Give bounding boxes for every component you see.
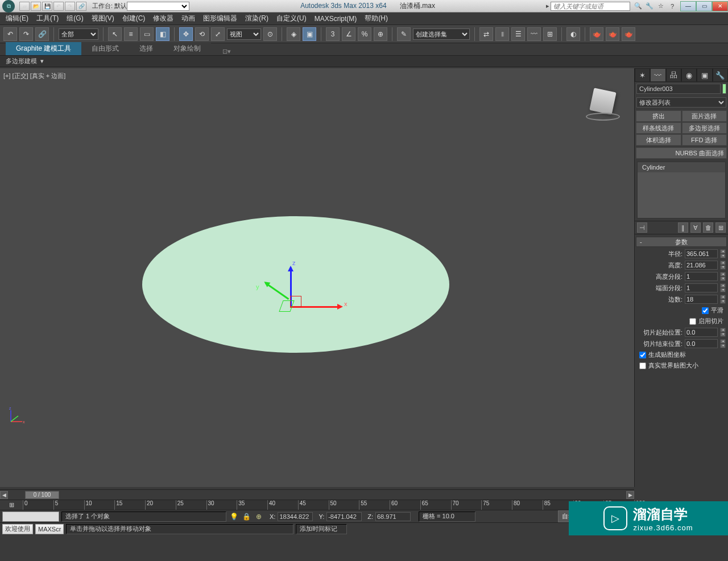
- mod-spline-select[interactable]: 样条线选择: [636, 122, 681, 134]
- star-icon[interactable]: ☆: [656, 2, 665, 11]
- menu-views[interactable]: 视图(V): [92, 14, 114, 23]
- spin-height[interactable]: ▴▾: [720, 261, 726, 270]
- spinner-snap-icon[interactable]: ⊕: [374, 27, 387, 41]
- timeline-ruler[interactable]: ⊞ 05101520253035404550556065707580859095…: [0, 500, 634, 510]
- remove-mod-icon[interactable]: 🗑: [703, 222, 713, 233]
- z-coord-input[interactable]: [375, 512, 411, 521]
- save-icon[interactable]: 💾: [42, 2, 52, 11]
- show-end-result-icon[interactable]: ‖: [678, 222, 688, 233]
- workspace-select[interactable]: [127, 2, 189, 11]
- redo-icon[interactable]: ↷: [19, 27, 33, 41]
- menu-tools[interactable]: 工具(T): [36, 14, 59, 23]
- render-frame-icon[interactable]: 🫖: [606, 27, 619, 41]
- undo-icon[interactable]: ↶: [3, 27, 17, 41]
- maximize-button[interactable]: ▭: [696, 1, 712, 11]
- next-frame-icon[interactable]: ▶: [626, 491, 634, 499]
- key-icon[interactable]: ⊕: [254, 512, 264, 522]
- mod-vol-select[interactable]: 体积选择: [636, 134, 681, 146]
- new-icon[interactable]: ▱: [19, 2, 30, 11]
- mirror-icon[interactable]: ⇄: [479, 27, 493, 41]
- check-smooth[interactable]: [702, 307, 709, 314]
- layer-icon[interactable]: ☰: [511, 27, 525, 41]
- redo-icon[interactable]: ↷: [65, 2, 75, 11]
- curve-editor-icon[interactable]: 〰: [527, 27, 541, 41]
- mod-patch-select[interactable]: 面片选择: [682, 110, 727, 122]
- tab-motion[interactable]: ◉: [681, 68, 697, 82]
- ribbon-tab-graphite[interactable]: Graphite 建模工具: [6, 42, 81, 55]
- select-window-icon[interactable]: ◧: [156, 27, 169, 41]
- script-listener[interactable]: [2, 512, 59, 522]
- comm-icon[interactable]: 🔧: [645, 2, 654, 11]
- tab-display[interactable]: ▣: [697, 68, 712, 82]
- mod-ffd-select[interactable]: FFD 选择: [682, 134, 727, 146]
- spin-sides[interactable]: ▴▾: [720, 295, 726, 304]
- mod-nurbs-select[interactable]: NURBS 曲面选择: [636, 147, 727, 159]
- prev-frame-icon[interactable]: ◀: [0, 491, 8, 499]
- menu-customize[interactable]: 自定义(U): [276, 14, 307, 23]
- spin-csegs[interactable]: ▴▾: [720, 283, 726, 292]
- schematic-icon[interactable]: ⊞: [543, 27, 557, 41]
- stack-item-cylinder[interactable]: Cylinder: [638, 162, 725, 172]
- snap-icon[interactable]: ▣: [303, 27, 316, 41]
- spin-hsegs[interactable]: ▴▾: [720, 272, 726, 281]
- timeline-config-icon[interactable]: ⊞: [0, 500, 23, 510]
- object-name-input[interactable]: [636, 84, 721, 94]
- select-name-icon[interactable]: ≡: [124, 27, 138, 41]
- menu-graph[interactable]: 图形编辑器: [203, 14, 237, 23]
- frame-handle[interactable]: 0 / 100: [25, 491, 59, 499]
- render-setup-icon[interactable]: 🫖: [590, 27, 603, 41]
- y-coord-input[interactable]: [326, 512, 362, 521]
- lock-icon[interactable]: 🔒: [241, 512, 251, 522]
- material-icon[interactable]: ◐: [566, 27, 580, 41]
- rotate-icon[interactable]: ⟲: [195, 27, 209, 41]
- welcome-tab[interactable]: 欢迎使用: [2, 524, 33, 534]
- menu-create[interactable]: 创建(C): [122, 14, 146, 23]
- spin-radius[interactable]: ▴▾: [720, 249, 726, 258]
- tab-modify[interactable]: 〰: [650, 68, 665, 82]
- select-icon[interactable]: ↖: [108, 27, 122, 41]
- viewport[interactable]: [+] [正交] [真实 + 边面] z x y z x: [0, 68, 634, 487]
- close-button[interactable]: ✕: [712, 1, 728, 11]
- mod-poly-select[interactable]: 多边形选择: [682, 122, 727, 134]
- tab-utilities[interactable]: 🔧: [713, 68, 728, 82]
- tab-hierarchy[interactable]: 品: [666, 68, 681, 82]
- menu-animation[interactable]: 动画: [181, 14, 195, 23]
- time-tag-button[interactable]: 添加时间标记: [296, 524, 347, 534]
- menu-render[interactable]: 渲染(R): [245, 14, 268, 23]
- menu-edit[interactable]: 编辑(E): [6, 14, 28, 23]
- spinner-height[interactable]: [685, 261, 718, 270]
- ribbon-subgroup[interactable]: 多边形建模▾: [0, 56, 728, 67]
- spinner-hsegs[interactable]: [685, 272, 718, 281]
- search-icon[interactable]: 🔍: [634, 2, 643, 11]
- viewport-label[interactable]: [+] [正交] [真实 + 边面]: [3, 72, 65, 80]
- check-realworld[interactable]: [639, 362, 646, 369]
- named-selection-set[interactable]: 创建选择集: [413, 28, 470, 40]
- link-icon[interactable]: 🔗: [76, 2, 86, 11]
- align-icon[interactable]: ⫴: [495, 27, 509, 41]
- modifier-list-dropdown[interactable]: 修改器列表: [636, 97, 726, 108]
- configure-sets-icon[interactable]: ⊞: [715, 222, 726, 233]
- selection-filter[interactable]: 全部: [59, 28, 98, 40]
- mod-extrude[interactable]: 挤出: [636, 110, 681, 122]
- spinner-csegs[interactable]: [685, 283, 718, 292]
- pin-stack-icon[interactable]: ⊣: [637, 222, 647, 233]
- help-search-input[interactable]: [551, 2, 630, 11]
- maxscript-tab[interactable]: MAXScr: [35, 524, 64, 534]
- spinner-sides[interactable]: [685, 295, 718, 304]
- help-icon[interactable]: ?: [668, 2, 677, 11]
- move-gizmo[interactable]: z x y: [273, 267, 353, 347]
- spinner-radius[interactable]: [685, 249, 718, 258]
- ribbon-tab-paint[interactable]: 对象绘制: [163, 42, 211, 55]
- app-icon[interactable]: ⧉: [2, 0, 15, 13]
- link-icon[interactable]: 🔗: [35, 27, 49, 41]
- ribbon-tab-selection[interactable]: 选择: [129, 42, 163, 55]
- ribbon-expand-icon[interactable]: ⊡▾: [222, 48, 231, 55]
- manip-icon[interactable]: ◈: [287, 27, 300, 41]
- scale-icon[interactable]: ⤢: [211, 27, 225, 41]
- view-cube[interactable]: [583, 85, 623, 125]
- rollout-parameters[interactable]: -参数: [636, 237, 727, 247]
- select-rect-icon[interactable]: ▭: [140, 27, 154, 41]
- check-slice[interactable]: [689, 318, 696, 325]
- pivot-icon[interactable]: ⊙: [263, 27, 277, 41]
- make-unique-icon[interactable]: ∀: [690, 222, 701, 233]
